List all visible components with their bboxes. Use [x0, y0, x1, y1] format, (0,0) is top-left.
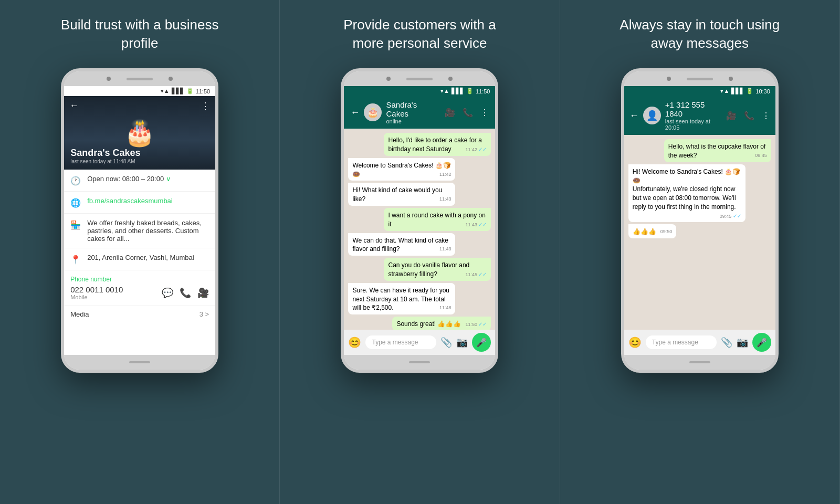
panel-title-3: Always stay in touch using away messages [611, 16, 789, 52]
chat-body-2: Hello, I'd like to order a cake for a bi… [344, 129, 495, 330]
msg-text-8: Sounds great! 👍👍👍 [396, 320, 461, 328]
message-input-2[interactable]: Type a message [365, 335, 436, 349]
camera-icon-3[interactable]: 📷 [737, 337, 748, 348]
input-placeholder-3: Type a message [652, 339, 698, 346]
msg-text-7: Sure. We can have it ready for you next … [352, 287, 449, 312]
phone-3: ▾▲ ▋▋▋ 🔋 10:30 ← 👤 +1 312 555 1840 last … [621, 68, 779, 373]
hours-text: Open now: 08:00 – 20:00 [87, 175, 164, 183]
msg-text-2: Welcome to Sandra's Cakes! 🎂🍞🍩 [352, 162, 450, 178]
phone-number-value: 022 0011 0010 [70, 285, 123, 294]
wifi-icon-2: ▾▲ [440, 88, 449, 94]
phone-camera-5 [667, 77, 671, 81]
panel-chat: Provide customers with a more personal s… [280, 0, 560, 504]
message-input-3[interactable]: Type a message [646, 335, 717, 349]
away-msg-text-1: Hello, what is the cupcake flavor of the… [668, 143, 765, 159]
msg-text-6: Can you do vanilla flavor and strawberry… [388, 261, 469, 278]
call-icon[interactable]: 📞 [180, 287, 191, 299]
video-icon[interactable]: 🎥 [197, 287, 209, 299]
phone-bottom-bar-3 [624, 355, 775, 370]
battery-icon: 🔋 [186, 88, 194, 94]
attach-icon-3[interactable]: 📎 [721, 337, 732, 348]
back-icon[interactable]: ← [69, 100, 79, 111]
panel-away: Always stay in touch using away messages… [560, 0, 840, 504]
away-msg-2: Hi! Welcome to Sandra's Cakes! 🎂🍞🍩Unfort… [628, 164, 746, 222]
away-msg-1: Hello, what is the cupcake flavor of the… [664, 139, 771, 162]
mic-button-2[interactable]: 🎤 [472, 333, 491, 352]
home-bar-2 [409, 361, 430, 363]
message-icon[interactable]: 💬 [162, 287, 173, 299]
input-placeholder-2: Type a message [372, 339, 418, 346]
panel-title-2: Provide customers with a more personal s… [330, 16, 509, 52]
video-call-icon-3[interactable]: 🎥 [726, 111, 737, 121]
clock-icon: 🕐 [70, 176, 81, 186]
more-icon-2[interactable]: ⋮ [480, 108, 489, 118]
msg-6: Can you do vanilla flavor and strawberry… [384, 258, 491, 281]
msg-time-5: 11:43 [439, 246, 452, 253]
website-link[interactable]: fb.me/sandrascakesmumbai [87, 197, 209, 205]
avatar-2: 🎂 [364, 103, 382, 121]
phone-2: ▾▲ ▋▋▋ 🔋 11:50 ← 🎂 Sandra's Cakes online… [341, 68, 498, 373]
time-3: 10:30 [755, 88, 770, 94]
msg-time-8: 11:50 ✓✓ [465, 321, 487, 328]
away-msg-time-3: 09:50 [660, 228, 673, 235]
more-icon-3[interactable]: ⋮ [762, 111, 770, 121]
chat-icons-3: 🎥 📞 ⋮ [726, 111, 770, 121]
phone-speaker-2 [406, 78, 433, 80]
attach-icon-2[interactable]: 📎 [440, 337, 452, 348]
back-icon-2[interactable]: ← [350, 107, 360, 118]
msg-text-3: Hi! What kind of cake would you like? [352, 186, 442, 203]
phone-top-bar-2 [344, 71, 495, 86]
away-msg-time-2: 09:45 ✓✓ [720, 213, 741, 220]
phone-number-type: Mobile [70, 294, 123, 300]
home-bar-3 [689, 361, 710, 363]
back-icon-3[interactable]: ← [629, 110, 639, 121]
phone-screen-2: ▾▲ ▋▋▋ 🔋 11:50 ← 🎂 Sandra's Cakes online… [344, 86, 495, 355]
mic-button-3[interactable]: 🎤 [752, 333, 771, 352]
phone-screen-3: ▾▲ ▋▋▋ 🔋 10:30 ← 👤 +1 312 555 1840 last … [624, 86, 775, 355]
video-call-icon[interactable]: 🎥 [445, 108, 455, 118]
phone-top-bar-3 [624, 71, 775, 86]
phone-call-icon[interactable]: 📞 [463, 108, 473, 118]
status-bar-2: ▾▲ ▋▋▋ 🔋 11:50 [344, 86, 495, 96]
emoji-icon-3[interactable]: 😊 [628, 336, 642, 349]
phone-camera-1 [107, 77, 111, 81]
profile-header: 🎂 Sandra's Cakes last seen today at 11:4… [64, 96, 215, 170]
chat-contact-name-2: Sandra's Cakes [386, 100, 440, 118]
phone-camera-4 [448, 77, 453, 81]
chevron-down-icon: ∨ [166, 175, 171, 183]
msg-time-1: 11:42 ✓✓ [465, 146, 487, 153]
description-item: 🏪 We offer freshly baked breads, cakes, … [64, 214, 215, 248]
profile-last-seen: last seen today at 11:48 AM [70, 159, 140, 164]
away-msg-3: 👍👍👍 09:50 [628, 224, 677, 238]
msg-time-2: 11:42 [439, 171, 452, 178]
address-text: 201, Areniia Corner, Vashi, Mumbai [87, 254, 209, 261]
phone-speaker-1 [127, 78, 153, 80]
phone-bottom-bar-2 [344, 355, 495, 370]
battery-icon-3: 🔋 [746, 88, 753, 94]
chat-input-bar-2: 😊 Type a message 📎 📷 🎤 [344, 330, 495, 355]
home-bar-1 [129, 361, 150, 363]
battery-icon-2: 🔋 [466, 88, 474, 94]
website-item: 🌐 fb.me/sandrascakesmumbai [64, 192, 215, 214]
msg-time-3: 11:43 [439, 196, 452, 203]
chat-header-info-2: Sandra's Cakes online [386, 100, 440, 124]
chat-contact-name-3: +1 312 555 1840 [665, 100, 722, 118]
chat-body-3: Hello, what is the cupcake flavor of the… [624, 135, 775, 330]
more-icon[interactable]: ⋮ [201, 100, 210, 112]
emoji-icon-2[interactable]: 😊 [348, 336, 361, 349]
phone-camera-2 [169, 77, 173, 81]
info-icon: 🏪 [70, 220, 81, 230]
msg-1: Hello, I'd like to order a cake for a bi… [384, 133, 491, 156]
signal-icon: ▋▋▋ [172, 88, 184, 94]
globe-icon: 🌐 [70, 198, 81, 208]
phone-actions: 💬 📞 🎥 [162, 287, 209, 299]
camera-icon-2[interactable]: 📷 [456, 337, 468, 348]
signal-icon-2: ▋▋▋ [452, 88, 464, 94]
media-count: 3 > [200, 310, 209, 318]
media-bar: Media 3 > [64, 306, 215, 322]
phone-call-icon-3[interactable]: 📞 [744, 111, 754, 121]
phone-number-row: 022 0011 0010 Mobile 💬 📞 🎥 [70, 285, 209, 300]
phone-1: ▾▲ ▋▋▋ 🔋 11:50 🎂 Sandra's Cakes last see… [61, 68, 218, 373]
phone-top-bar-1 [64, 71, 215, 86]
phone-screen-1: ▾▲ ▋▋▋ 🔋 11:50 🎂 Sandra's Cakes last see… [64, 86, 215, 355]
